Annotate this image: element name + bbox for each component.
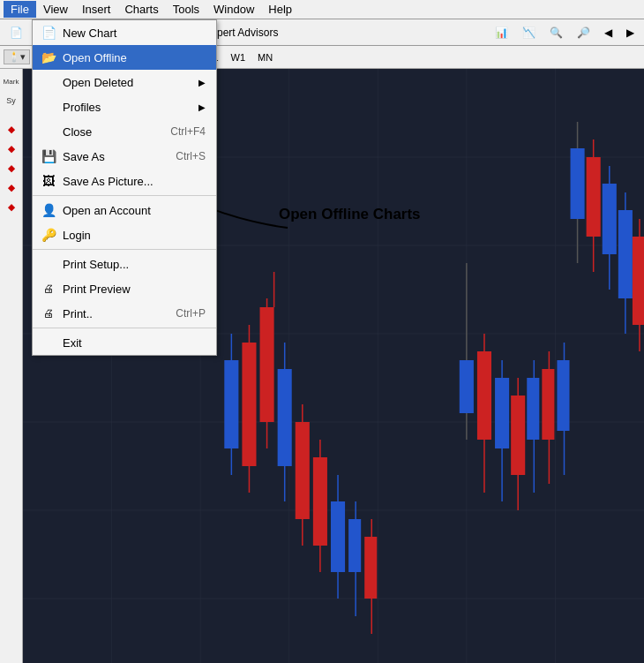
menu-item-save-as-picture[interactable]: 🖼 Save As Picture... — [33, 169, 216, 193]
menu-item-print-setup[interactable]: Print Setup... — [33, 252, 216, 276]
timeframe-mn[interactable]: MN — [252, 50, 278, 64]
sidebar-arrow2[interactable]: ◆ — [3, 139, 20, 157]
save-as-label: Save As — [63, 150, 158, 163]
menu-item-open-account[interactable]: 👤 Open an Account — [33, 198, 216, 222]
menu-item-new-chart[interactable]: 📄 New Chart — [33, 20, 216, 45]
new-chart-menu-label: New Chart — [63, 26, 206, 40]
open-offline-icon: 📂 — [40, 49, 57, 66]
toolbar-zoom-in[interactable]: 📊 — [489, 22, 514, 43]
save-as-picture-label: Save As Picture... — [63, 175, 206, 188]
menu-item-save-as[interactable]: 💾 Save As Ctrl+S — [33, 144, 216, 169]
menu-item-print[interactable]: 🖨 Print.. Ctrl+P — [33, 301, 216, 326]
toolbar-zoom-minus[interactable]: 🔎 — [571, 22, 596, 43]
chart-icon-1: 📊 — [495, 26, 508, 39]
toolbar-scroll-right[interactable]: ▶ — [620, 22, 640, 43]
menubar: File View Insert Charts Tools Window Hel… — [0, 0, 644, 19]
sidebar-symbols[interactable]: Sy — [3, 92, 20, 109]
save-as-icon: 💾 — [40, 147, 57, 165]
svg-rect-37 — [495, 378, 509, 448]
print-preview-icon: 🖨 — [40, 280, 57, 298]
toolbar-scroll-left[interactable]: ◀ — [598, 22, 618, 43]
right-icon: ▶ — [626, 26, 634, 39]
save-picture-icon: 🖼 — [40, 172, 57, 190]
menu-item-profiles[interactable]: Profiles ▶ — [33, 94, 216, 119]
toolbar-new-chart[interactable]: 📄 — [4, 22, 29, 43]
open-account-label: Open an Account — [63, 204, 206, 217]
svg-rect-27 — [331, 501, 345, 572]
svg-rect-51 — [603, 184, 617, 254]
zoom-in-icon: 🔍 — [550, 26, 563, 39]
svg-rect-55 — [633, 237, 644, 325]
print-label: Print.. — [63, 307, 158, 320]
svg-rect-31 — [364, 537, 377, 599]
profiles-icon — [40, 98, 57, 116]
close-shortcut: Ctrl+F4 — [170, 125, 206, 138]
exit-label: Exit — [63, 336, 206, 350]
chart-type-selector[interactable]: 🕯️▾ — [4, 49, 30, 64]
svg-rect-53 — [618, 210, 633, 298]
profiles-arrow: ▶ — [198, 102, 206, 112]
chart-icon-2: 📉 — [522, 26, 535, 39]
svg-rect-45 — [557, 360, 569, 431]
svg-rect-41 — [527, 378, 539, 440]
file-dropdown-menu: 📄 New Chart 📂 Open Offline Open Deleted … — [32, 19, 217, 356]
menu-item-close[interactable]: Close Ctrl+F4 — [33, 119, 216, 144]
new-chart-menu-icon: 📄 — [40, 24, 57, 41]
svg-rect-14 — [224, 360, 238, 448]
menu-item-login[interactable]: 🔑 Login — [33, 222, 216, 247]
save-as-shortcut: Ctrl+S — [176, 150, 206, 162]
exit-icon — [40, 334, 57, 351]
open-deleted-arrow: ▶ — [198, 78, 206, 87]
zoom-out-icon: 🔎 — [577, 26, 590, 39]
sidebar-market-watch[interactable]: Mark — [3, 72, 20, 90]
svg-rect-43 — [542, 369, 554, 440]
menu-insert[interactable]: Insert — [75, 1, 118, 18]
svg-rect-16 — [242, 343, 256, 466]
menu-item-open-deleted[interactable]: Open Deleted ▶ — [33, 70, 216, 94]
svg-rect-33 — [460, 360, 474, 413]
menu-item-exit[interactable]: Exit — [33, 330, 216, 355]
menu-file[interactable]: File — [4, 1, 36, 18]
svg-rect-21 — [278, 369, 292, 466]
open-offline-label: Open Offline — [63, 51, 206, 64]
sidebar-arrow1[interactable]: ◆ — [3, 120, 20, 138]
menu-view[interactable]: View — [36, 1, 75, 18]
open-deleted-label: Open Deleted — [63, 76, 195, 89]
left-sidebar: Mark Sy ◆ ◆ ◆ ◆ ◆ — [0, 69, 23, 663]
svg-rect-18 — [260, 307, 274, 422]
login-icon: 🔑 — [40, 226, 57, 244]
print-preview-label: Print Preview — [63, 283, 206, 296]
timeframe-w1[interactable]: W1 — [226, 50, 251, 64]
new-chart-icon: 📄 — [10, 26, 23, 39]
close-menu-icon — [40, 123, 57, 140]
toolbar-zoom-plus[interactable]: 🔍 — [543, 22, 569, 43]
svg-rect-29 — [348, 519, 361, 572]
menu-separator-1 — [33, 195, 216, 196]
svg-rect-49 — [587, 157, 601, 237]
sidebar-arrow3[interactable]: ◆ — [3, 159, 20, 177]
sidebar-arrow5[interactable]: ◆ — [3, 198, 20, 215]
open-deleted-icon — [40, 73, 57, 91]
left-icon: ◀ — [604, 26, 612, 39]
svg-rect-35 — [477, 351, 491, 440]
menu-charts[interactable]: Charts — [117, 1, 165, 18]
svg-rect-47 — [571, 148, 585, 219]
menu-item-print-preview[interactable]: 🖨 Print Preview — [33, 276, 216, 301]
menu-tools[interactable]: Tools — [166, 1, 206, 18]
open-account-icon: 👤 — [40, 201, 57, 219]
sidebar-arrow4[interactable]: ◆ — [3, 178, 20, 196]
profiles-label: Profiles — [63, 101, 195, 114]
menu-help[interactable]: Help — [261, 1, 299, 18]
login-label: Login — [63, 229, 206, 242]
print-setup-icon — [40, 255, 57, 273]
menu-item-open-offline[interactable]: 📂 Open Offline — [33, 45, 216, 70]
menu-separator-2 — [33, 249, 216, 250]
close-label: Close — [63, 125, 153, 139]
print-shortcut: Ctrl+P — [176, 307, 206, 320]
svg-rect-23 — [296, 422, 310, 519]
menu-window[interactable]: Window — [206, 1, 261, 18]
menu-separator-3 — [33, 328, 216, 328]
toolbar-zoom-out[interactable]: 📉 — [516, 22, 542, 43]
svg-rect-39 — [511, 396, 525, 475]
print-icon: 🖨 — [40, 305, 57, 322]
